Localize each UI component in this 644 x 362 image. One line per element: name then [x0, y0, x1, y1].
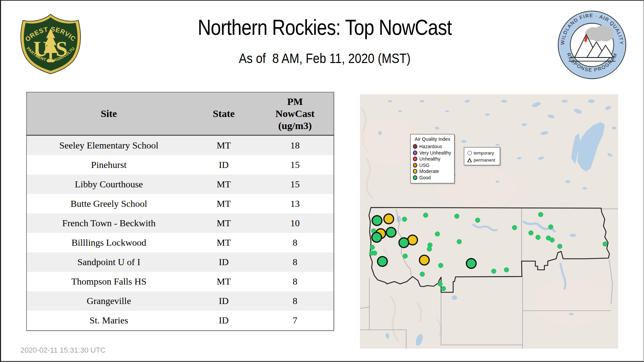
table-row: Libby CourthouseMT15 — [26, 175, 334, 194]
permanent-legend-row: permanent — [467, 157, 498, 164]
aqi-dot-icon — [413, 169, 417, 174]
aqi-legend-label: Good — [419, 175, 431, 180]
table-row: Seeley Elementary SchoolMT18 — [26, 135, 334, 156]
table-row: St. MariesID7 — [26, 311, 334, 330]
monitor-dot-small — [441, 286, 446, 291]
aqi-dot-icon — [413, 150, 417, 155]
monitor-dot-large — [420, 255, 429, 265]
monitor-dot-small — [435, 232, 440, 236]
aqi-legend-label: Very Unhealthy — [419, 150, 451, 156]
temporary-circle-icon — [467, 151, 472, 155]
nowcast-table: Site State PM NowCast (ug/m3) Seeley Ele… — [26, 92, 334, 331]
monitor-dot-small — [491, 269, 496, 274]
report-page: FOREST SERVICE U S DEPARTMENT OF AGRICUL… — [0, 0, 644, 362]
monitor-dot-small — [557, 244, 562, 249]
page-title: Northern Rockies: Top NowCast — [133, 15, 517, 40]
column-header-site: Site — [26, 92, 191, 135]
monitor-dot-small — [423, 213, 428, 218]
aqi-legend-entry: Moderate — [413, 168, 452, 175]
monitor-dot-small — [403, 254, 408, 258]
monitor-dot-small — [603, 242, 607, 246]
aqi-legend-label: Unhealthy — [419, 156, 440, 162]
permanent-triangle-icon — [467, 158, 472, 162]
monitor-dot-small — [548, 225, 553, 229]
table-row: PinehurstID15 — [26, 155, 334, 175]
monitor-dot-small — [438, 282, 442, 286]
monitor-dot-small — [536, 235, 540, 240]
aqi-legend-label: USG — [419, 163, 429, 168]
aqi-dot-icon — [413, 157, 417, 161]
monitor-dot-small — [420, 272, 425, 277]
monitor-dot-small — [529, 231, 533, 235]
monitor-map: Air Quality Index HazardousVery Unhealth… — [360, 94, 618, 349]
temporary-legend-row: temporary — [467, 149, 498, 157]
generated-timestamp: 2020-02-11 15:31:30 UTC — [20, 346, 106, 355]
aqi-dot-icon — [413, 163, 417, 168]
table-row: GrangevilleID8 — [26, 291, 334, 311]
monitor-dot-large — [384, 214, 394, 224]
monitor-dot-small — [512, 225, 517, 230]
monitor-dot-small — [454, 214, 459, 219]
table-header-row: Site State PM NowCast (ug/m3) — [26, 92, 334, 135]
table-row: Thompson Falls HSMT8 — [26, 272, 334, 291]
monitor-dot-small — [457, 239, 462, 244]
aqi-legend-entry: USG — [413, 162, 452, 169]
table-row: French Town - BeckwithMT10 — [26, 214, 334, 233]
aqi-legend-entry: Unhealthy — [413, 156, 452, 162]
column-header-state: State — [191, 92, 257, 135]
wfaqrp-badge-icon: WILDLAND FIRE · AIR QUALITY RESPONSE PRO… — [557, 10, 627, 80]
monitor-dot-small — [504, 267, 509, 272]
monitor-dot-small — [372, 251, 377, 255]
aqi-legend-entry: Good — [413, 175, 452, 181]
aqi-legend-entry: Hazardous — [413, 143, 452, 150]
monitor-dot-large — [372, 233, 382, 242]
aqi-legend-title: Air Quality Index — [413, 136, 452, 142]
table-row: Butte Greely SchoolMT13 — [26, 194, 334, 214]
monitor-dot-small — [370, 245, 375, 250]
monitor-dot-large — [372, 216, 382, 226]
table-row: Billlings LockwoodMT8 — [26, 233, 334, 252]
monitor-dot-large — [378, 257, 387, 266]
monitor-dot-small — [427, 247, 432, 251]
monitor-dot-small — [550, 238, 554, 242]
monitor-dot-large — [386, 228, 396, 237]
aqi-dot-icon — [413, 175, 417, 180]
forest-service-shield-icon: FOREST SERVICE U S DEPARTMENT OF AGRICUL… — [18, 13, 83, 75]
monitor-dot-large — [467, 259, 476, 268]
aqi-legend-entry: Very Unhealthy — [413, 150, 452, 156]
marker-type-legend: temporary permanent — [464, 147, 500, 165]
aqi-legend: Air Quality Index HazardousVery Unhealth… — [410, 134, 454, 183]
monitor-dot-small — [438, 263, 443, 268]
page-subtitle: As of 8 AM, Feb 11, 2020 (MST) — [128, 50, 521, 66]
wfaqrp-logo: WILDLAND FIRE · AIR QUALITY RESPONSE PRO… — [557, 10, 627, 80]
aqi-legend-label: Moderate — [419, 169, 439, 174]
column-header-value: PM NowCast (ug/m3) — [257, 92, 334, 135]
table-row: Sandpoint U of IID8 — [26, 252, 334, 272]
monitor-dot-large — [399, 238, 409, 248]
monitor-dot-small — [475, 218, 480, 223]
aqi-legend-label: Hazardous — [419, 144, 442, 149]
aqi-dot-icon — [413, 144, 417, 149]
map-canvas — [360, 94, 618, 349]
monitor-dot-small — [402, 217, 407, 222]
monitor-dot-small — [538, 212, 543, 217]
forest-service-logo: FOREST SERVICE U S DEPARTMENT OF AGRICUL… — [18, 13, 83, 75]
